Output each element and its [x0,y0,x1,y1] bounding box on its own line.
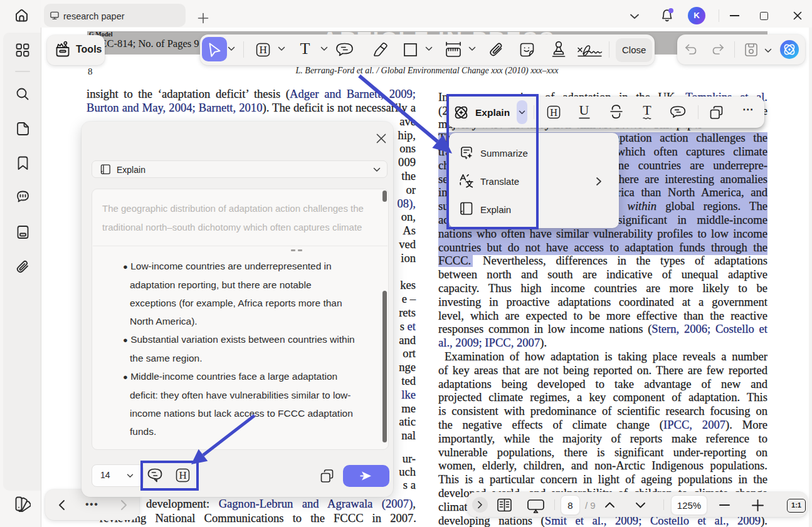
svg-text:H: H [259,44,266,56]
svg-text:T: T [643,103,651,118]
svg-text:H: H [550,107,557,118]
svg-text:U: U [579,103,589,118]
